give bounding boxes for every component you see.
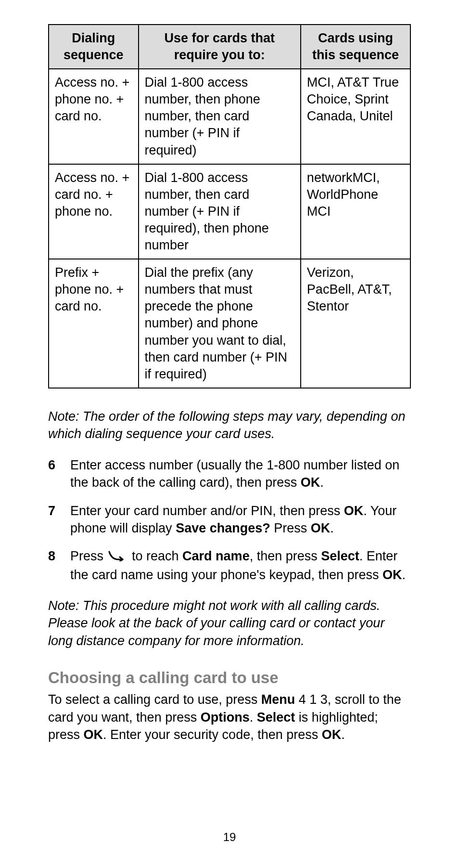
step-8: Press to reach Card name, then press Sel…	[48, 547, 411, 583]
table-row: Prefix + phone no. + card no. Dial the p…	[49, 259, 410, 388]
note-procedure: Note: This procedure might not work with…	[48, 597, 411, 649]
page-number: 19	[48, 830, 411, 844]
cell-cards: Verizon, PacBell, AT&T, Stentor	[301, 259, 410, 388]
col-header-cards: Cards using this sequence	[301, 25, 410, 69]
step-6: Enter access number (usually the 1-800 n…	[48, 456, 411, 492]
steps-list: Enter access number (usually the 1-800 n…	[48, 456, 411, 583]
step-7: Enter your card number and/or PIN, then …	[48, 502, 411, 537]
col-header-dialing: Dialing sequence	[49, 25, 139, 69]
table-header-row: Dialing sequence Use for cards that requ…	[49, 25, 410, 69]
table-row: Access no. + phone no. + card no. Dial 1…	[49, 69, 410, 164]
scroll-down-icon	[108, 548, 126, 566]
cell-seq: Prefix + phone no. + card no.	[49, 259, 139, 388]
col-header-use: Use for cards that require you to:	[139, 25, 301, 69]
document-page: Dialing sequence Use for cards that requ…	[0, 0, 459, 868]
section-heading: Choosing a calling card to use	[48, 669, 411, 687]
cell-use: Dial 1-800 access number, then card numb…	[139, 164, 301, 259]
cell-use: Dial 1-800 access number, then phone num…	[139, 69, 301, 164]
cell-cards: MCI, AT&T True Choice, Sprint Canada, Un…	[301, 69, 410, 164]
section-body: To select a calling card to use, press M…	[48, 691, 411, 743]
cell-seq: Access no. + card no. + phone no.	[49, 164, 139, 259]
cell-use: Dial the prefix (any numbers that must p…	[139, 259, 301, 388]
note-order: Note: The order of the following steps m…	[48, 408, 411, 443]
cell-seq: Access no. + phone no. + card no.	[49, 69, 139, 164]
table-row: Access no. + card no. + phone no. Dial 1…	[49, 164, 410, 259]
cell-cards: networkMCI, WorldPhone MCI	[301, 164, 410, 259]
dialing-sequence-table: Dialing sequence Use for cards that requ…	[48, 24, 411, 389]
